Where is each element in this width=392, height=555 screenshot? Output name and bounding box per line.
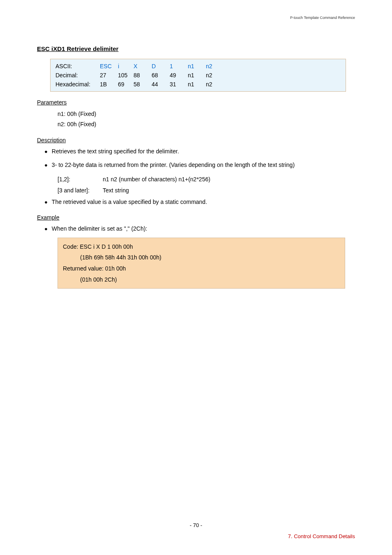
code-val: 1 bbox=[170, 63, 188, 69]
page-title: ESC iXD1 Retrieve delimiter bbox=[37, 45, 355, 52]
example-heading: Example bbox=[37, 214, 355, 221]
code-row-ascii: ASCII: ESC i X D 1 n1 n2 bbox=[51, 62, 346, 71]
code-val: 105 bbox=[118, 72, 134, 79]
bullet-item: ● The retrieved value is a value specifi… bbox=[44, 197, 355, 207]
sub-val: n1 n2 (number of characters) n1+(n2*256) bbox=[103, 174, 210, 185]
code-val: n2 bbox=[206, 63, 224, 69]
code-val: ESC bbox=[100, 63, 118, 69]
param-line: n2: 00h (Fixed) bbox=[58, 119, 355, 130]
footer-section: 7. Control Command Details bbox=[37, 533, 355, 539]
code-val: D bbox=[152, 63, 170, 69]
code-val: n1 bbox=[188, 72, 206, 79]
code-val: 31 bbox=[170, 81, 188, 88]
code-val: 69 bbox=[118, 81, 134, 88]
bullet-text: When the delimiter is set as "," (2Ch): bbox=[52, 224, 147, 233]
footer: - 70 - 7. Control Command Details bbox=[0, 522, 392, 539]
code-val: n1 bbox=[188, 81, 206, 88]
code-table: ASCII: ESC i X D 1 n1 n2 Decimal: 27 105… bbox=[50, 59, 346, 92]
code-val: 44 bbox=[152, 81, 170, 88]
example-line: (1Bh 69h 58h 44h 31h 00h 00h) bbox=[63, 252, 340, 263]
bullet-item: ● 3- to 22-byte data is returned from th… bbox=[44, 160, 355, 170]
code-label: Decimal: bbox=[55, 72, 100, 79]
code-label: ASCII: bbox=[55, 63, 100, 69]
code-val: n2 bbox=[206, 81, 224, 88]
code-val: 68 bbox=[152, 72, 170, 79]
sub-row: [1,2]: n1 n2 (number of characters) n1+(… bbox=[58, 174, 355, 185]
bullet-text: Retrieves the text string specified for … bbox=[52, 147, 179, 156]
example-line: Returned value: 01h 00h bbox=[63, 263, 340, 274]
bullet-icon: ● bbox=[44, 161, 48, 170]
bullet-item: ● When the delimiter is set as "," (2Ch)… bbox=[44, 224, 355, 234]
bullet-icon: ● bbox=[44, 198, 48, 207]
parameters-heading: Parameters bbox=[37, 99, 355, 106]
code-row-decimal: Decimal: 27 105 88 68 49 n1 n2 bbox=[51, 71, 346, 80]
example-line: (01h 00h 2Ch) bbox=[63, 274, 340, 285]
header-doc-title: P-touch Template Command Reference bbox=[290, 16, 355, 20]
code-val: 49 bbox=[170, 72, 188, 79]
param-line: n1: 00h (Fixed) bbox=[58, 109, 355, 119]
bullet-text: 3- to 22-byte data is returned from the … bbox=[52, 160, 295, 169]
code-row-hex: Hexadecimal: 1B 69 58 44 31 n1 n2 bbox=[51, 80, 346, 89]
code-val: 58 bbox=[134, 81, 152, 88]
description-heading: Description bbox=[37, 137, 355, 143]
code-label: Hexadecimal: bbox=[55, 81, 100, 88]
code-val: 1B bbox=[100, 81, 118, 88]
sub-row: [3 and later]: Text string bbox=[58, 185, 355, 196]
code-val: n2 bbox=[206, 72, 224, 79]
page-number: - 70 - bbox=[37, 522, 355, 528]
bullet-icon: ● bbox=[44, 225, 48, 234]
code-val: n1 bbox=[188, 63, 206, 69]
code-val: 88 bbox=[134, 72, 152, 79]
sub-val: Text string bbox=[103, 185, 129, 196]
bullet-item: ● Retrieves the text string specified fo… bbox=[44, 147, 355, 156]
example-box: Code: ESC i X D 1 00h 00h (1Bh 69h 58h 4… bbox=[58, 238, 345, 289]
sub-key: [3 and later]: bbox=[58, 185, 103, 196]
code-val: X bbox=[134, 63, 152, 69]
example-line: Code: ESC i X D 1 00h 00h bbox=[63, 241, 340, 252]
bullet-icon: ● bbox=[44, 148, 48, 156]
code-val: i bbox=[118, 63, 134, 69]
bullet-text: The retrieved value is a value specified… bbox=[52, 197, 207, 206]
code-val: 27 bbox=[100, 72, 118, 79]
sub-key: [1,2]: bbox=[58, 174, 103, 185]
